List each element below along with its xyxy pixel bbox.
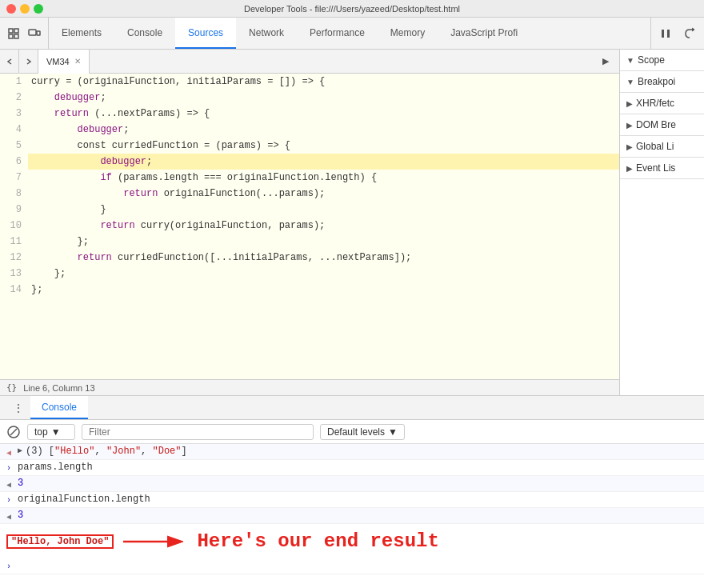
xhr-expand-icon: ▶ xyxy=(626,99,633,108)
global-expand-icon: ▶ xyxy=(626,142,633,151)
svg-line-10 xyxy=(10,429,17,435)
breakpoints-label: Breakpoi xyxy=(638,76,675,87)
global-listeners-label: Global Li xyxy=(636,141,674,152)
close-tab-icon[interactable]: ✕ xyxy=(74,57,81,66)
result-3a: 3 xyxy=(18,478,698,489)
code-line-13: 13 }; xyxy=(0,266,619,282)
tab-js-profiler[interactable]: JavaScript Profi xyxy=(438,18,530,49)
dom-expand-icon: ▶ xyxy=(626,121,633,130)
nav-forward-icon[interactable] xyxy=(19,50,38,74)
console-tabs-bar: ⋮ Console xyxy=(0,396,704,420)
devtools-container: Elements Console Sources Network Perform… xyxy=(0,18,704,588)
dom-breakpoints-header[interactable]: ▶ DOM Bre xyxy=(626,119,698,130)
main-tabs: Elements Console Sources Network Perform… xyxy=(49,18,650,49)
pause-icon[interactable] xyxy=(658,26,674,42)
global-listeners-header[interactable]: ▶ Global Li xyxy=(626,141,698,152)
file-tabs: VM34 ✕ ▶ xyxy=(0,50,619,74)
code-line-9: 9 } xyxy=(0,202,619,218)
input-arrow-2: › xyxy=(6,464,14,473)
expand-array-icon[interactable]: ▶ xyxy=(18,446,22,455)
console-line-result-3b: ◀ 3 xyxy=(0,508,704,524)
vm34-tab[interactable]: VM34 ✕ xyxy=(38,50,90,74)
tab-sources[interactable]: Sources xyxy=(175,18,236,49)
code-line-14: 14 }; xyxy=(0,282,619,298)
code-line-8: 8 return originalFunction(...params); xyxy=(0,186,619,202)
inspect-icon[interactable] xyxy=(6,26,21,41)
dom-breakpoints-label: DOM Bre xyxy=(636,119,676,130)
array-output: (3) ["Hello", "John", "Doe"] xyxy=(26,446,698,457)
format-icon[interactable]: {} xyxy=(6,382,17,393)
code-line-12: 12 return curriedFunction([...initialPar… xyxy=(0,250,619,266)
filter-input[interactable] xyxy=(82,424,314,440)
nav-back-icon[interactable] xyxy=(0,50,19,74)
tab-console[interactable]: Console xyxy=(114,18,175,49)
title-bar: Developer Tools - file:///Users/yazeed/D… xyxy=(0,0,704,18)
svg-rect-2 xyxy=(9,34,13,38)
code-line-4: 4 debugger; xyxy=(0,122,619,138)
file-tabs-right: ▶ xyxy=(598,54,619,69)
code-line-6: 6 debugger; xyxy=(0,154,619,170)
traffic-lights xyxy=(6,4,43,14)
tab-performance[interactable]: Performance xyxy=(297,18,378,49)
levels-dropdown-icon: ▼ xyxy=(388,426,398,438)
scope-section: ▼ Scope xyxy=(620,50,704,71)
event-listeners-section: ▶ Event Lis xyxy=(620,158,704,179)
maximize-button[interactable] xyxy=(34,4,43,14)
console-output: ◀ ▶ (3) ["Hello", "John", "Doe"] › param… xyxy=(0,444,704,588)
context-select[interactable]: top ▼ xyxy=(27,424,75,440)
annotation-arrow-icon xyxy=(123,532,187,551)
close-button[interactable] xyxy=(6,4,16,14)
code-line-3: 3 return (...nextParams) => { xyxy=(0,106,619,122)
result-arrow-3b: ◀ xyxy=(6,512,14,522)
console-prompt-line[interactable]: › xyxy=(0,558,704,574)
run-snippet-icon[interactable]: ▶ xyxy=(598,54,613,69)
highlighted-result: "Hello, John Doe" xyxy=(6,534,114,549)
tab-memory[interactable]: Memory xyxy=(378,18,438,49)
context-dropdown-icon: ▼ xyxy=(51,426,61,438)
global-listeners-section: ▶ Global Li xyxy=(620,136,704,158)
breakpoints-header[interactable]: ▼ Breakpoi xyxy=(626,76,698,87)
device-toggle-icon[interactable] xyxy=(27,26,42,41)
xhr-section: ▶ XHR/fetc xyxy=(620,93,704,114)
code-editor[interactable]: 1 curry = (originalFunction, initialPara… xyxy=(0,74,619,379)
levels-select[interactable]: Default levels ▼ xyxy=(320,424,405,440)
scope-label: Scope xyxy=(638,54,665,66)
window-title: Developer Tools - file:///Users/yazeed/D… xyxy=(244,4,460,14)
svg-rect-7 xyxy=(667,30,670,38)
result-3b: 3 xyxy=(18,510,698,521)
step-over-icon[interactable] xyxy=(682,26,698,42)
right-panel: ▼ Scope ▼ Breakpoi ▶ XHR/fetc ▶ DO xyxy=(620,50,704,395)
code-line-7: 7 if (params.length === originalFunction… xyxy=(0,170,619,186)
svg-rect-4 xyxy=(29,30,36,35)
bottom-panel: ⋮ Console top ▼ Default levels ▼ xyxy=(0,395,704,588)
code-line-11: 11 }; xyxy=(0,234,619,250)
code-line-5: 5 const curriedFunction = (params) => { xyxy=(0,138,619,154)
tab-console-bottom[interactable]: Console xyxy=(30,396,88,419)
breakpoints-section: ▼ Breakpoi xyxy=(620,71,704,93)
params-length-input: params.length xyxy=(18,462,698,473)
output-arrow-1: ◀ xyxy=(6,448,14,458)
cursor-position: Line 6, Column 13 xyxy=(23,383,94,393)
minimize-button[interactable] xyxy=(20,4,30,14)
svg-rect-3 xyxy=(14,34,18,38)
top-toolbar: Elements Console Sources Network Perform… xyxy=(0,18,704,50)
code-line-1: 1 curry = (originalFunction, initialPara… xyxy=(0,74,619,90)
code-line-2: 2 debugger; xyxy=(0,90,619,106)
scope-header[interactable]: ▼ Scope xyxy=(626,54,698,66)
annotation-text: Here's our end result xyxy=(197,530,438,552)
tab-network[interactable]: Network xyxy=(236,18,297,49)
input-arrow-4: › xyxy=(6,496,14,505)
clear-console-icon[interactable] xyxy=(6,425,21,439)
console-line-params-input: › params.length xyxy=(0,460,704,476)
xhr-header[interactable]: ▶ XHR/fetc xyxy=(626,98,698,109)
console-line-orig-input: › originalFunction.length xyxy=(0,492,704,508)
console-line-result-3a: ◀ 3 xyxy=(0,476,704,492)
event-expand-icon: ▶ xyxy=(626,164,633,173)
console-line-array: ◀ ▶ (3) ["Hello", "John", "Doe"] xyxy=(0,444,704,460)
breakpoints-collapse-icon: ▼ xyxy=(626,78,634,86)
tab-elements[interactable]: Elements xyxy=(49,18,114,49)
event-listeners-label: Event Lis xyxy=(636,162,675,174)
console-menu-icon[interactable]: ⋮ xyxy=(6,396,30,419)
event-listeners-header[interactable]: ▶ Event Lis xyxy=(626,162,698,174)
svg-rect-1 xyxy=(14,29,18,33)
